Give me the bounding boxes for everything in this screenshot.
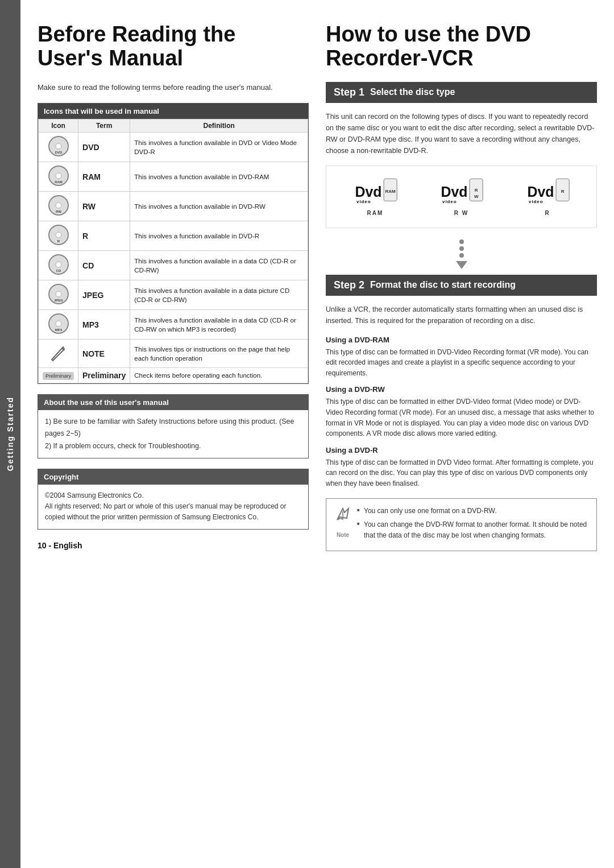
step1-num: Step 1 bbox=[334, 86, 364, 98]
sub-section-text: This type of disc can be formatted in DV… bbox=[326, 457, 597, 489]
sub-section-text: This type of disc can be formatted in ei… bbox=[326, 396, 597, 439]
icons-table: Icon Term Definition DVD DVDThis involve… bbox=[38, 119, 308, 383]
definition-cell: This involves a function available in DV… bbox=[130, 221, 308, 251]
page-number: 10 - English bbox=[38, 541, 309, 550]
note-icon-col: Note bbox=[334, 506, 351, 544]
about-item: 2) If a problem occurs, check for Troubl… bbox=[45, 440, 301, 452]
note-icon bbox=[334, 506, 351, 528]
svg-point-13 bbox=[56, 262, 61, 267]
page: Getting Started Before Reading the User'… bbox=[0, 0, 614, 868]
disc-icon: RAM bbox=[48, 165, 69, 187]
definition-cell: This involves a function available in DV… bbox=[130, 133, 308, 162]
step2-title: Format the disc to start recording bbox=[370, 280, 516, 290]
dvd-logo-r: Dvd video R R bbox=[525, 177, 570, 216]
disc-icon: CD bbox=[48, 254, 69, 275]
dvd-logo-ram-label: RAM bbox=[352, 210, 398, 216]
content-area: Before Reading the User's Manual Make su… bbox=[20, 0, 614, 868]
icon-cell: Preliminary bbox=[39, 368, 78, 383]
note-box-text: You can only use one format on a DVD-RW.… bbox=[357, 506, 588, 544]
right-column: How to use the DVD Recorder-VCR Step 1 S… bbox=[326, 23, 597, 845]
table-row: PreliminaryPreliminaryCheck items before… bbox=[39, 368, 308, 383]
term-cell: Preliminary bbox=[78, 368, 130, 383]
table-row: MP3 MP3This involves a function availabl… bbox=[39, 310, 308, 340]
table-row: RAM RAMThis involves a function availabl… bbox=[39, 162, 308, 192]
table-row: DVD DVDThis involves a function availabl… bbox=[39, 133, 308, 162]
svg-point-4 bbox=[56, 173, 61, 179]
arrow-dot-1 bbox=[459, 239, 464, 244]
icon-cell: RW bbox=[39, 192, 78, 221]
note-label: Note bbox=[337, 531, 349, 540]
svg-point-16 bbox=[56, 291, 61, 297]
svg-text:MP3: MP3 bbox=[55, 328, 62, 332]
term-cell: RAM bbox=[78, 162, 130, 192]
term-cell: CD bbox=[78, 251, 130, 280]
copyright-box-header: Copyright bbox=[38, 469, 308, 485]
dvd-logo-r-svg: Dvd video R bbox=[525, 177, 570, 206]
table-row: RW RWThis involves a function available … bbox=[39, 192, 308, 221]
table-row: JPEG JPEGThis involves a function availa… bbox=[39, 280, 308, 310]
dvd-logo-rw: Dvd video R W R W bbox=[438, 177, 484, 216]
term-cell: RW bbox=[78, 192, 130, 221]
dvd-logo-rw-label: R W bbox=[438, 210, 484, 216]
icon-cell bbox=[39, 340, 78, 368]
arrow-dot-2 bbox=[459, 246, 464, 251]
svg-text:JPEG: JPEG bbox=[53, 299, 63, 302]
svg-text:Dvd: Dvd bbox=[441, 184, 468, 200]
icon-cell: DVD bbox=[39, 133, 78, 162]
disc-icon: R bbox=[48, 224, 69, 246]
disc-icon: RW bbox=[48, 195, 69, 216]
left-title: Before Reading the User's Manual bbox=[38, 23, 309, 71]
dvd-logo-ram: Dvd video RAM RAM bbox=[352, 177, 398, 216]
icon-cell: R bbox=[39, 221, 78, 251]
preliminary-badge: Preliminary bbox=[43, 372, 74, 380]
step2-header: Step 2 Format the disc to start recordin… bbox=[326, 275, 597, 296]
definition-cell: This involves a function available in a … bbox=[130, 280, 308, 310]
dvd-logo-ram-svg: Dvd video RAM bbox=[352, 177, 398, 206]
svg-point-10 bbox=[56, 232, 61, 238]
col-term: Term bbox=[78, 119, 130, 133]
definition-cell: Check items before operating each functi… bbox=[130, 368, 308, 383]
note-item: You can only use one format on a DVD-RW. bbox=[357, 506, 588, 516]
right-title: How to use the DVD Recorder-VCR bbox=[326, 23, 597, 71]
svg-text:video: video bbox=[529, 199, 543, 204]
about-item: 1) Be sure to be familiar with Safety In… bbox=[45, 416, 301, 440]
note-box: Note You can only use one format on a DV… bbox=[326, 498, 597, 552]
icon-cell: MP3 bbox=[39, 310, 78, 340]
left-column: Before Reading the User's Manual Make su… bbox=[38, 23, 309, 845]
icons-table-box: Icons that will be used in manual Icon T… bbox=[38, 103, 309, 384]
svg-text:RAM: RAM bbox=[55, 180, 63, 184]
term-cell: MP3 bbox=[78, 310, 130, 340]
sub-section-text: This type of disc can be formatted in DV… bbox=[326, 347, 597, 379]
svg-text:CD: CD bbox=[56, 269, 61, 272]
col-definition: Definition bbox=[130, 119, 308, 133]
svg-text:RW: RW bbox=[56, 210, 61, 213]
step1-header: Step 1 Select the disc type bbox=[326, 82, 597, 103]
svg-point-19 bbox=[56, 321, 61, 326]
step2-num: Step 2 bbox=[334, 279, 364, 291]
svg-text:R: R bbox=[57, 239, 60, 243]
term-cell: JPEG bbox=[78, 280, 130, 310]
dvd-logo-r-label: R bbox=[525, 210, 570, 216]
sub-section-title: Using a DVD-RAM bbox=[326, 336, 597, 344]
svg-text:W: W bbox=[474, 194, 479, 199]
disc-icon: DVD bbox=[48, 135, 69, 157]
table-row: CD CDThis involves a function available … bbox=[39, 251, 308, 280]
arrow-dots bbox=[326, 239, 597, 269]
svg-text:R: R bbox=[561, 189, 565, 194]
icon-cell: CD bbox=[39, 251, 78, 280]
sidebar-label: Getting Started bbox=[6, 396, 15, 471]
copyright-text: ©2004 Samsung Electronics Co.All rights … bbox=[38, 485, 308, 529]
svg-text:Dvd: Dvd bbox=[528, 184, 554, 200]
term-cell: R bbox=[78, 221, 130, 251]
arrow-dot-3 bbox=[459, 253, 464, 258]
icon-cell: JPEG bbox=[39, 280, 78, 310]
col-icon: Icon bbox=[39, 119, 78, 133]
intro-text: Make sure to read the following terms be… bbox=[38, 82, 309, 93]
term-cell: NOTE bbox=[78, 340, 130, 368]
svg-point-1 bbox=[56, 143, 61, 149]
step2-sections: Using a DVD-RAMThis type of disc can be … bbox=[326, 336, 597, 489]
arrow-triangle bbox=[456, 261, 467, 269]
definition-cell: This involves tips or instructions on th… bbox=[130, 340, 308, 368]
definition-cell: This involves a function available in DV… bbox=[130, 162, 308, 192]
about-box-header: About the use of this user's manual bbox=[38, 395, 308, 410]
